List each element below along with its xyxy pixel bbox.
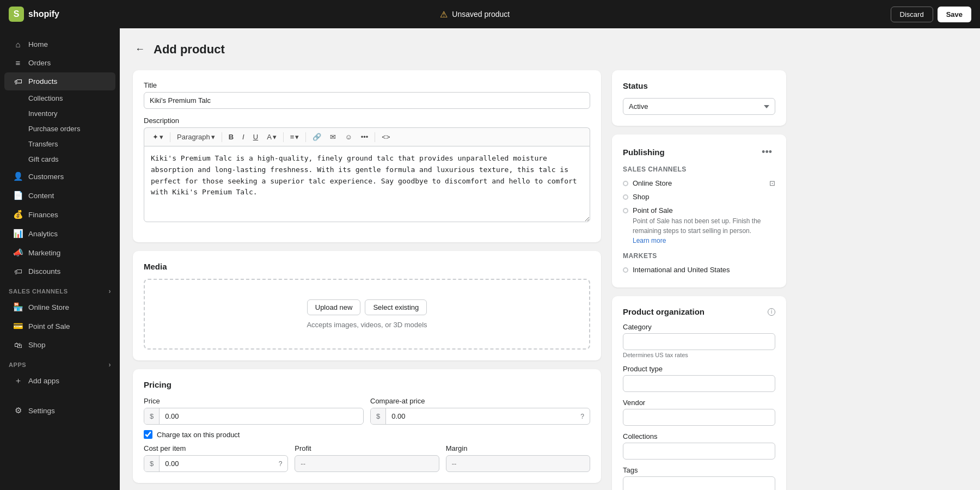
sidebar-label-inventory: Inventory xyxy=(28,109,57,118)
price-input[interactable] xyxy=(160,408,363,424)
shopify-logo-icon: S xyxy=(9,7,24,22)
sidebar-item-discounts[interactable]: 🏷 Discounts xyxy=(4,262,115,280)
shop-label: Shop xyxy=(633,193,649,201)
cost-wrapper: $ ? xyxy=(144,455,288,472)
vendor-input[interactable] xyxy=(623,409,775,426)
pricing-card: Pricing Price $ Compare-at price xyxy=(133,369,601,483)
category-input[interactable] xyxy=(623,333,775,350)
cost-input[interactable] xyxy=(160,456,273,471)
insert-button[interactable]: ✉ xyxy=(326,131,340,143)
product-org-title: Product organization xyxy=(623,307,705,316)
product-type-input[interactable] xyxy=(623,375,775,392)
finances-icon: 💰 xyxy=(13,210,23,219)
add-apps-icon: ＋ xyxy=(13,376,23,386)
sidebar-item-shop[interactable]: 🛍 Shop xyxy=(4,336,115,354)
channel-item-shop: Shop xyxy=(623,190,775,204)
media-drop-zone[interactable]: Upload new Select existing Accepts image… xyxy=(144,279,590,350)
sidebar-item-content[interactable]: 📄 Content xyxy=(4,186,115,205)
sidebar-item-settings[interactable]: ⚙ Settings xyxy=(4,401,115,420)
description-textarea[interactable]: Kiki's Premium Talc is a high-quality, f… xyxy=(144,146,590,222)
underline-button[interactable]: U xyxy=(249,131,262,143)
sidebar-item-online-store[interactable]: 🏪 Online Store xyxy=(4,298,115,316)
underline-icon: U xyxy=(253,133,258,141)
emoji-button[interactable]: ☺ xyxy=(341,131,356,143)
media-card: Media Upload new Select existing Accepts… xyxy=(133,251,601,360)
code-icon: <> xyxy=(382,133,390,141)
channel-list: Online Store ⊡ Shop Point of Sale xyxy=(623,176,775,244)
sidebar-item-point-of-sale[interactable]: 💳 Point of Sale xyxy=(4,317,115,335)
sidebar-item-purchase-orders[interactable]: Purchase orders xyxy=(4,121,115,136)
logo[interactable]: S shopify xyxy=(9,7,59,22)
sidebar-item-collections[interactable]: Collections xyxy=(4,91,115,106)
italic-button[interactable]: I xyxy=(238,131,248,143)
warning-icon: ⚠ xyxy=(440,9,448,20)
collections-label: Collections xyxy=(623,432,775,440)
main-layout: ⌂ Home ≡ Orders 🏷 Products Collections I… xyxy=(0,0,980,490)
discard-button[interactable]: Discard xyxy=(891,7,933,22)
compare-price-input[interactable] xyxy=(386,408,575,424)
save-button[interactable]: Save xyxy=(938,7,971,22)
sidebar-item-transfers[interactable]: Transfers xyxy=(4,137,115,151)
sidebar-item-finances[interactable]: 💰 Finances xyxy=(4,205,115,224)
code-button[interactable]: <> xyxy=(378,131,394,143)
unsaved-label: Unsaved product xyxy=(452,10,510,19)
profit-group: Profit xyxy=(295,444,439,472)
back-icon: ← xyxy=(135,44,145,54)
cost-group: Cost per item $ ? xyxy=(144,444,288,472)
magic-button[interactable]: ✦ ▾ xyxy=(149,131,167,143)
align-button[interactable]: ≡ ▾ xyxy=(286,131,303,143)
select-existing-button[interactable]: Select existing xyxy=(365,299,427,315)
product-type-group: Product type xyxy=(623,365,775,392)
publishing-more-button[interactable]: ••• xyxy=(758,145,775,159)
sidebar-item-customers[interactable]: 👤 Customers xyxy=(4,167,115,186)
bold-icon: B xyxy=(229,133,234,141)
sidebar-item-gift-cards[interactable]: Gift cards xyxy=(4,152,115,167)
paragraph-dropdown[interactable]: Paragraph ▾ xyxy=(173,131,219,143)
title-input[interactable] xyxy=(144,92,590,109)
magic-chevron: ▾ xyxy=(160,133,163,141)
link-button[interactable]: 🔗 xyxy=(309,131,325,143)
sidebar-item-analytics[interactable]: 📊 Analytics xyxy=(4,224,115,243)
sidebar-item-orders[interactable]: ≡ Orders xyxy=(4,54,115,72)
tags-input[interactable] xyxy=(623,476,775,490)
publishing-header: Publishing ••• xyxy=(623,145,775,159)
sidebar-item-inventory[interactable]: Inventory xyxy=(4,106,115,121)
sidebar-label-finances: Finances xyxy=(28,211,58,219)
link-icon: 🔗 xyxy=(313,133,321,141)
category-label: Category xyxy=(623,323,775,331)
margin-input[interactable] xyxy=(446,455,590,472)
charge-tax-checkbox[interactable] xyxy=(144,430,152,439)
profit-label: Profit xyxy=(295,444,439,452)
status-card: Status Active Draft xyxy=(612,70,786,126)
align-icon: ≡ xyxy=(290,133,295,141)
online-store-label: Online Store xyxy=(633,179,672,187)
back-button[interactable]: ← xyxy=(133,41,147,57)
more-button[interactable]: ••• xyxy=(357,131,372,143)
magic-icon: ✦ xyxy=(152,133,158,141)
sidebar-item-home[interactable]: ⌂ Home xyxy=(4,35,115,53)
profit-input[interactable] xyxy=(295,455,439,472)
text-color-button[interactable]: A ▾ xyxy=(263,131,280,143)
pos-learn-more-link[interactable]: Learn more xyxy=(623,237,666,244)
sidebar: ⌂ Home ≡ Orders 🏷 Products Collections I… xyxy=(0,28,120,490)
page-header: ← Add product xyxy=(133,41,967,57)
sidebar-item-products[interactable]: 🏷 Products xyxy=(4,72,115,90)
text-color-icon: A xyxy=(267,133,272,141)
sidebar-item-add-apps[interactable]: ＋ Add apps xyxy=(4,371,115,390)
product-org-header: Product organization i xyxy=(623,307,775,316)
bold-button[interactable]: B xyxy=(225,131,237,143)
toolbar-divider-5 xyxy=(375,132,375,142)
publishing-card: Publishing ••• Sales channels Online Sto… xyxy=(612,134,786,287)
status-select[interactable]: Active Draft xyxy=(623,98,775,115)
collections-input[interactable] xyxy=(623,443,775,460)
align-chevron: ▾ xyxy=(295,133,299,141)
content-icon: 📄 xyxy=(13,191,23,200)
sidebar-label-content: Content xyxy=(28,192,54,200)
sidebar-label-discounts: Discounts xyxy=(28,267,60,275)
discounts-icon: 🏷 xyxy=(13,267,23,276)
online-store-circle xyxy=(623,181,628,186)
charge-tax-label[interactable]: Charge tax on this product xyxy=(157,431,240,439)
point-of-sale-icon: 💳 xyxy=(13,321,23,331)
upload-new-button[interactable]: Upload new xyxy=(307,299,361,315)
sidebar-item-marketing[interactable]: 📣 Marketing xyxy=(4,243,115,262)
